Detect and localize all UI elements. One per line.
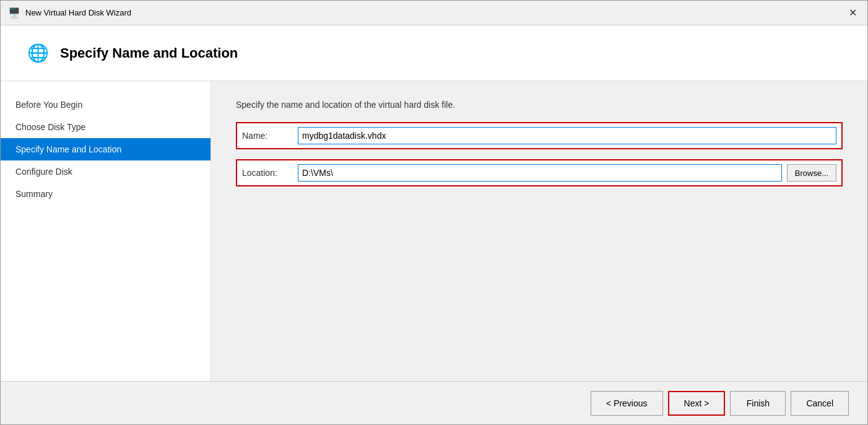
sidebar-item-choose-disk-type[interactable]: Choose Disk Type xyxy=(1,116,210,138)
sidebar-item-before-you-begin[interactable]: Before You Begin xyxy=(1,94,210,116)
footer: < Previous Next > Finish Cancel xyxy=(1,381,867,424)
name-input[interactable] xyxy=(298,127,836,144)
finish-button[interactable]: Finish xyxy=(730,391,786,416)
sidebar-item-summary[interactable]: Summary xyxy=(1,183,210,205)
close-button[interactable]: ✕ xyxy=(845,6,860,20)
previous-button[interactable]: < Previous xyxy=(591,391,663,416)
name-form-row: Name: xyxy=(236,122,843,149)
titlebar: 🖥️ New Virtual Hard Disk Wizard ✕ xyxy=(1,1,867,25)
sidebar-item-specify-name-location[interactable]: Specify Name and Location xyxy=(1,138,210,160)
window-icon: 🖥️ xyxy=(8,7,20,19)
main-content: Specify the name and location of the vir… xyxy=(211,81,867,381)
content-area: Before You Begin Choose Disk Type Specif… xyxy=(1,81,867,381)
location-form-row: Location: Browse... xyxy=(236,159,843,186)
sidebar-item-configure-disk[interactable]: Configure Disk xyxy=(1,160,210,183)
next-button[interactable]: Next > xyxy=(668,391,726,416)
wizard-window: 🖥️ New Virtual Hard Disk Wizard ✕ 🌐 Spec… xyxy=(0,0,868,425)
description-text: Specify the name and location of the vir… xyxy=(236,100,843,110)
header-area: 🌐 Specify Name and Location xyxy=(1,25,867,81)
header-icon: 🌐 xyxy=(25,41,50,66)
window-title: New Virtual Hard Disk Wizard xyxy=(25,8,845,17)
cancel-button[interactable]: Cancel xyxy=(791,391,849,416)
sidebar: Before You Begin Choose Disk Type Specif… xyxy=(1,81,211,381)
location-input[interactable] xyxy=(298,164,782,182)
name-label: Name: xyxy=(242,131,298,141)
browse-button[interactable]: Browse... xyxy=(787,164,836,182)
page-title: Specify Name and Location xyxy=(60,45,238,61)
location-label: Location: xyxy=(242,168,298,178)
